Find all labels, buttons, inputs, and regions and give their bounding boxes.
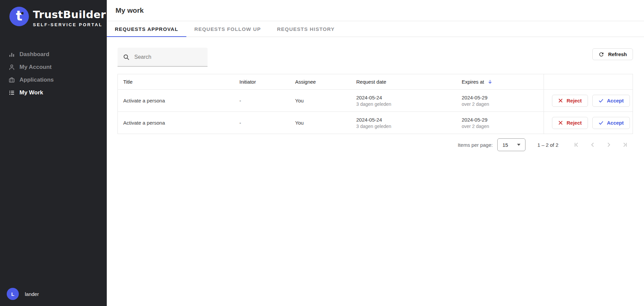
sidebar-item-applications[interactable]: Applications: [0, 74, 107, 86]
cell-initiator: -: [234, 90, 290, 112]
briefcase-icon: [8, 77, 15, 83]
cell-expires-at: 2024-05-29 over 2 dagen: [456, 90, 544, 112]
chevron-left-icon: [589, 141, 596, 148]
items-per-page-select[interactable]: 15: [497, 138, 525, 151]
brand-wordmark: TrustBuilder: [33, 9, 106, 21]
first-page-icon: [573, 141, 580, 148]
table-row: Activate a persona - You 2024-05-24 3 da…: [118, 112, 633, 134]
reject-label: Reject: [566, 120, 582, 126]
expires-at-value: 2024-05-29: [462, 117, 544, 123]
next-page-button[interactable]: [601, 138, 617, 151]
column-header-request-date[interactable]: Request date: [351, 74, 456, 89]
brand-logo-dot: [21, 12, 24, 14]
column-header-actions: [544, 74, 633, 89]
reject-button[interactable]: Reject: [552, 95, 588, 107]
accept-button[interactable]: Accept: [592, 95, 630, 107]
items-per-page-value: 15: [502, 142, 508, 148]
brand-logo-letter: t: [16, 9, 22, 23]
bar-chart-icon: [8, 51, 15, 58]
sidebar: t TrustBuilder SELF-SERVICE PORTAL Dashb…: [0, 0, 107, 306]
brand-logo-icon: t: [9, 7, 29, 26]
sidebar-item-label: My Account: [19, 64, 52, 71]
request-date-relative: 3 dagen geleden: [356, 101, 456, 107]
tab-requests-approval[interactable]: REQUESTS APPROVAL: [107, 21, 186, 37]
search-icon: [123, 54, 130, 60]
cell-assignee: You: [290, 112, 351, 134]
reject-button[interactable]: Reject: [552, 117, 588, 129]
expires-at-relative: over 2 dagen: [462, 101, 544, 107]
x-icon: [558, 120, 563, 125]
cell-request-date: 2024-05-24 3 dagen geleden: [351, 112, 456, 134]
sidebar-item-label: Applications: [19, 77, 54, 83]
table-header-row: Title Initiator Assignee Request date Ex…: [118, 74, 633, 89]
avatar: L: [7, 288, 19, 300]
check-icon: [598, 120, 604, 126]
sidebar-item-my-work[interactable]: My Work: [0, 86, 107, 99]
sidebar-nav: Dashboard My Account Applications: [0, 48, 107, 99]
previous-page-button[interactable]: [585, 138, 601, 151]
accept-label: Accept: [607, 120, 624, 126]
accept-button[interactable]: Accept: [592, 117, 630, 129]
expires-at-value: 2024-05-29: [462, 95, 544, 100]
cell-title: Activate a persona: [118, 112, 234, 134]
main-content: My work REQUESTS APPROVAL REQUESTS FOLLO…: [107, 0, 644, 306]
tab-bar: REQUESTS APPROVAL REQUESTS FOLLOW UP REQ…: [107, 21, 644, 37]
search-field[interactable]: [118, 48, 208, 67]
toolbar: Refresh: [118, 48, 633, 67]
brand-logo: t TrustBuilder SELF-SERVICE PORTAL: [0, 0, 107, 27]
tab-panel: Refresh Title Initiator Assignee Request…: [107, 37, 644, 306]
reject-label: Reject: [566, 98, 582, 103]
cell-actions: Reject Accept: [544, 90, 633, 112]
column-header-title[interactable]: Title: [118, 74, 234, 89]
cell-title: Activate a persona: [118, 90, 234, 112]
chevron-down-icon: [517, 144, 520, 146]
column-header-initiator[interactable]: Initiator: [234, 74, 290, 89]
sidebar-item-label: My Work: [19, 89, 43, 96]
expires-at-relative: over 2 dagen: [462, 124, 544, 129]
request-date-value: 2024-05-24: [356, 95, 456, 100]
brand-subtitle: SELF-SERVICE PORTAL: [33, 22, 106, 27]
sidebar-item-label: Dashboard: [19, 51, 49, 58]
person-icon: [8, 64, 15, 71]
accept-label: Accept: [607, 98, 624, 103]
sidebar-item-dashboard[interactable]: Dashboard: [0, 48, 107, 61]
cell-assignee: You: [290, 90, 351, 112]
refresh-icon: [598, 51, 604, 57]
pagination-bar: Items per page: 15 1 – 2 of 2: [118, 138, 633, 151]
sidebar-item-my-account[interactable]: My Account: [0, 61, 107, 74]
chevron-right-icon: [605, 141, 612, 148]
tab-requests-history[interactable]: REQUESTS HISTORY: [269, 21, 343, 37]
column-header-expires-at[interactable]: Expires at: [456, 74, 544, 89]
page-header: My work: [107, 0, 644, 21]
column-header-label: Expires at: [462, 79, 484, 85]
search-input[interactable]: [134, 54, 202, 60]
request-date-relative: 3 dagen geleden: [356, 124, 456, 129]
list-icon: [8, 89, 15, 96]
table-row: Activate a persona - You 2024-05-24 3 da…: [118, 89, 633, 112]
items-per-page-label: Items per page:: [458, 142, 493, 148]
request-date-value: 2024-05-24: [356, 117, 456, 123]
user-profile[interactable]: L lander: [7, 288, 39, 300]
cell-request-date: 2024-05-24 3 dagen geleden: [351, 90, 456, 112]
pager-controls: [568, 138, 633, 151]
first-page-button[interactable]: [568, 138, 585, 151]
refresh-button[interactable]: Refresh: [592, 48, 633, 60]
page-title: My work: [116, 6, 144, 14]
pagination-range: 1 – 2 of 2: [537, 142, 558, 148]
cell-initiator: -: [234, 112, 290, 134]
cell-actions: Reject Accept: [544, 112, 633, 134]
column-header-assignee[interactable]: Assignee: [290, 74, 351, 89]
tab-requests-follow-up[interactable]: REQUESTS FOLLOW UP: [186, 21, 269, 37]
last-page-button[interactable]: [617, 138, 633, 151]
user-name: lander: [25, 291, 39, 297]
requests-table: Title Initiator Assignee Request date Ex…: [118, 74, 633, 134]
cell-expires-at: 2024-05-29 over 2 dagen: [456, 112, 544, 134]
refresh-label: Refresh: [608, 51, 627, 57]
check-icon: [598, 98, 604, 103]
last-page-icon: [622, 141, 628, 148]
x-icon: [558, 98, 563, 103]
sort-arrow-down-icon: [488, 79, 493, 84]
